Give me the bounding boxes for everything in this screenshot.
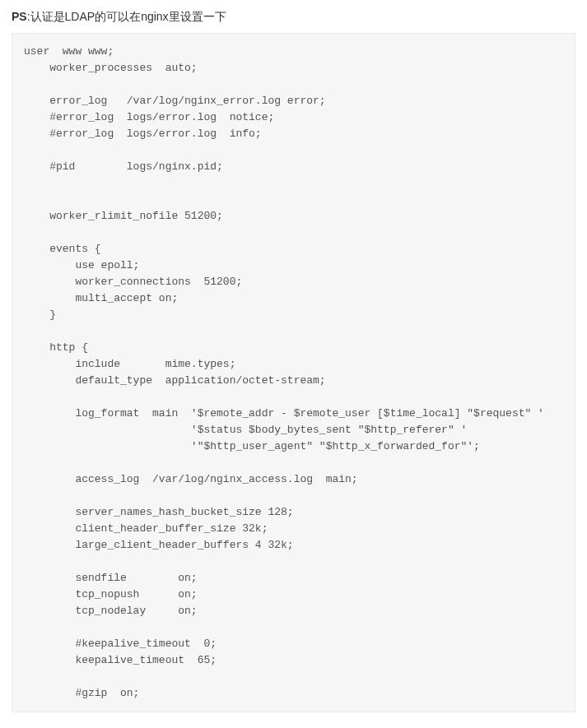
code-content: user www www; worker_processes auto; err… xyxy=(24,45,544,699)
nginx-config-code: user www www; worker_processes auto; err… xyxy=(12,33,575,712)
header-note: PS:认证是LDAP的可以在nginx里设置一下 xyxy=(0,0,587,33)
header-description: :认证是LDAP的可以在nginx里设置一下 xyxy=(27,10,226,23)
header-prefix: PS xyxy=(12,10,27,23)
